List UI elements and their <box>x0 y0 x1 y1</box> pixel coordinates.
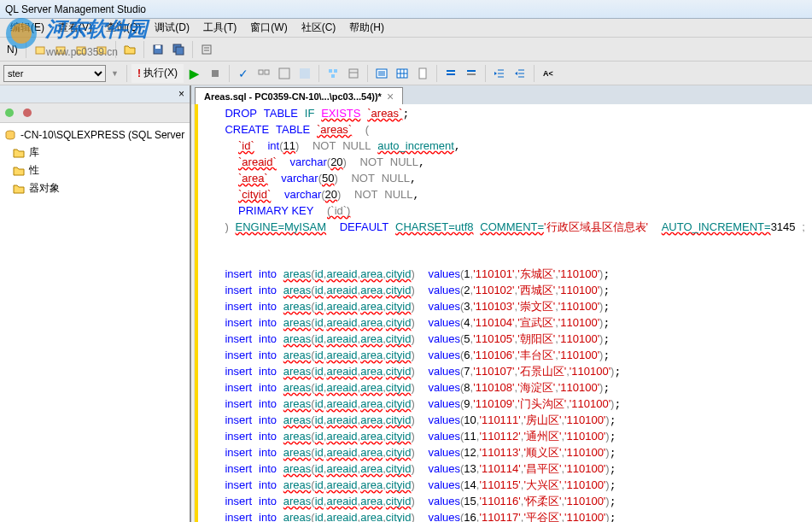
indent-icon[interactable] <box>490 64 509 83</box>
svg-rect-18 <box>329 69 332 73</box>
new-query-label[interactable]: N) <box>3 44 21 56</box>
menu-item[interactable]: 帮助(H) <box>342 19 391 37</box>
separator <box>26 41 26 58</box>
saveall-icon[interactable] <box>169 40 188 59</box>
separator <box>192 41 193 58</box>
svg-rect-5 <box>97 47 106 54</box>
app-title: QL Server Management Studio <box>5 3 146 15</box>
svg-rect-21 <box>349 69 358 78</box>
database-combo[interactable]: ster <box>3 65 106 82</box>
svg-rect-31 <box>419 68 426 79</box>
properties-icon[interactable] <box>197 40 216 59</box>
tree-security[interactable]: 性 <box>0 161 190 179</box>
separator <box>367 65 368 82</box>
separator <box>485 65 486 82</box>
outdent-icon[interactable] <box>511 64 529 83</box>
comment-icon[interactable] <box>441 64 460 83</box>
menu-item[interactable]: 窗口(W) <box>243 19 294 37</box>
toolbar-sql: ster ▼ ! 执行(X) ▶ ✓ A< <box>0 62 812 85</box>
menu-item[interactable]: 社区(C) <box>295 19 343 37</box>
separator <box>115 41 116 58</box>
svg-rect-13 <box>212 70 219 77</box>
tree-databases[interactable]: 库 <box>0 144 190 161</box>
uncomment-icon[interactable] <box>462 64 481 83</box>
code-content[interactable]: DROP TABLE IF EXISTS `areas`; CREATE TAB… <box>198 104 812 522</box>
object-explorer-toolbar <box>0 103 190 123</box>
svg-rect-4 <box>77 47 85 54</box>
debug-icon[interactable]: ▶ <box>185 64 204 83</box>
separator <box>126 65 127 82</box>
db2-icon[interactable] <box>51 40 70 59</box>
tab-bar: Areas.sql - PC0359-CN-10\...\pc03...54))… <box>191 85 812 104</box>
menu-bar: 编辑(E)查看(V)查询(Q)调试(D)工具(T)窗口(W)社区(C)帮助(H) <box>0 19 812 38</box>
object-tree: -CN-10\SQLEXPRESS (SQL Server 库 性 器对象 <box>0 123 190 201</box>
title-bar: QL Server Management Studio <box>0 0 812 19</box>
separator <box>436 65 437 82</box>
toolbar-main: N) <box>0 38 812 62</box>
parse-icon[interactable]: ✓ <box>234 64 253 83</box>
results-text-icon[interactable] <box>372 64 391 83</box>
object-explorer-header: × <box>0 85 190 103</box>
svg-point-43 <box>23 109 32 117</box>
db-icon[interactable] <box>31 40 50 59</box>
svg-rect-10 <box>202 45 211 54</box>
intellisense-icon[interactable] <box>295 64 314 83</box>
svg-rect-16 <box>279 68 289 79</box>
svg-rect-7 <box>155 45 161 49</box>
tab-areas-sql[interactable]: Areas.sql - PC0359-CN-10\...\pc03...54))… <box>195 87 403 104</box>
main-area: × -CN-10\SQLEXPRESS (SQL Server 库 性 器对象 <box>0 85 812 522</box>
connect-icon[interactable] <box>2 105 17 120</box>
save-icon[interactable] <box>149 40 167 59</box>
svg-point-42 <box>5 109 14 117</box>
results-grid-icon[interactable] <box>393 64 412 83</box>
estimated-plan-icon[interactable] <box>254 64 273 83</box>
code-editor[interactable]: DROP TABLE IF EXISTS `areas`; CREATE TAB… <box>191 104 812 522</box>
open-icon[interactable] <box>120 40 139 59</box>
editor-area: Areas.sql - PC0359-CN-10\...\pc03...54))… <box>191 85 812 522</box>
server-node[interactable]: -CN-10\SQLEXPRESS (SQL Server <box>0 126 190 144</box>
separator <box>229 65 230 82</box>
actual-plan-icon[interactable] <box>324 64 342 83</box>
svg-rect-19 <box>334 69 337 73</box>
separator <box>318 65 319 82</box>
svg-rect-20 <box>331 74 335 78</box>
dropdown-icon: ▼ <box>111 69 119 78</box>
stop-icon[interactable] <box>206 64 225 83</box>
object-explorer: × -CN-10\SQLEXPRESS (SQL Server 库 性 器对象 <box>0 85 191 522</box>
results-file-icon[interactable] <box>413 64 432 83</box>
menu-item[interactable]: 调试(D) <box>148 19 196 37</box>
execute-button[interactable]: ! 执行(X) <box>131 64 184 83</box>
menu-item[interactable]: 编辑(E) <box>3 19 51 37</box>
svg-rect-3 <box>56 47 65 54</box>
disconnect-icon[interactable] <box>20 105 35 120</box>
svg-rect-17 <box>300 68 310 79</box>
tree-server-objects[interactable]: 器对象 <box>0 179 190 197</box>
query-options-icon[interactable] <box>275 64 294 83</box>
svg-rect-9 <box>176 47 184 55</box>
separator <box>534 65 535 82</box>
tab-close-icon[interactable]: × <box>387 92 394 101</box>
menu-item[interactable]: 工具(T) <box>196 19 243 37</box>
db4-icon[interactable] <box>92 40 111 59</box>
db3-icon[interactable] <box>72 40 91 59</box>
client-stats-icon[interactable] <box>344 64 363 83</box>
menu-item[interactable]: 查看(V) <box>51 19 99 37</box>
menu-item[interactable]: 查询(Q) <box>99 19 148 37</box>
svg-rect-2 <box>36 47 44 54</box>
separator <box>143 41 144 58</box>
svg-rect-14 <box>259 70 263 74</box>
specify-values-icon[interactable]: A< <box>539 64 558 83</box>
svg-rect-15 <box>265 70 269 74</box>
close-panel-icon[interactable]: × <box>178 88 184 100</box>
